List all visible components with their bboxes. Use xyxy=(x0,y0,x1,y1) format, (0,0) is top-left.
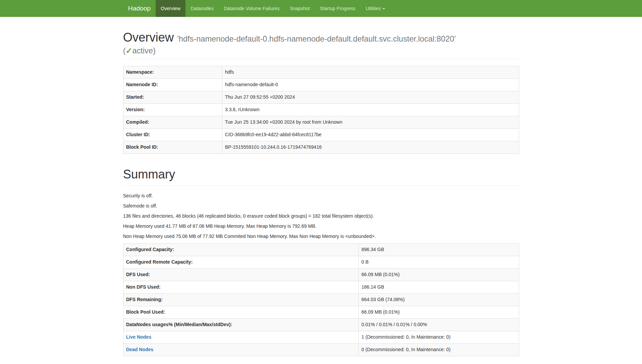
row-label-compiled: Compiled: xyxy=(123,116,222,129)
row-value-cluster-id: CID-368b9fc0-ee19-4d22-abbd-84fcec8117be xyxy=(222,129,519,141)
row-label-datanodes-usages-min-median-max-stddev: DataNodes usages% (Min/Median/Max/stdDev… xyxy=(123,318,359,331)
page-title: Overview 'hdfs-namenode-default-0.hdfs-n… xyxy=(123,30,519,56)
row-label-namenode-id: Namenode ID: xyxy=(123,79,222,91)
summary-lines: Security is off.Safemode is off.136 file… xyxy=(123,193,519,240)
nav-link-datanodes[interactable]: Datanodes xyxy=(185,0,219,17)
row-label-started: Started: xyxy=(123,91,222,104)
table-row-namespace: Namespace:hdfs xyxy=(123,66,519,79)
row-value-namespace: hdfs xyxy=(222,66,519,79)
table-row-namenode-id: Namenode ID:hdfs-namenode-default-0 xyxy=(123,79,519,91)
table-row-cluster-id: Cluster ID:CID-368b9fc0-ee19-4d22-abbd-8… xyxy=(123,129,519,141)
nav-label: Snapshot xyxy=(290,6,310,11)
table-row-dead-nodes: Dead Nodes0 (Decommissioned: 0, In Maint… xyxy=(123,343,519,356)
main-content: Overview 'hdfs-namenode-default-0.hdfs-n… xyxy=(118,30,524,356)
summary-line: Heap Memory used 41.77 MB of 87.06 MB He… xyxy=(123,223,519,230)
summary-table: Configured Capacity:896.34 GBConfigured … xyxy=(123,243,519,356)
row-value-dfs-remaining: 664.03 GB (74.08%) xyxy=(359,293,519,306)
row-label-block-pool-id: Block Pool ID: xyxy=(123,141,222,154)
summary-header: Summary xyxy=(123,167,519,186)
page-title-text: Overview xyxy=(123,30,174,44)
row-label-namespace: Namespace: xyxy=(123,66,222,79)
nav-item-overview: Overview xyxy=(156,0,185,17)
table-row-started: Started:Thu Jun 27 09:52:55 +0200 2024 xyxy=(123,91,519,104)
nav-label: Overview xyxy=(161,6,180,11)
row-label-live-nodes: Live Nodes xyxy=(123,331,359,343)
check-icon: ✓ xyxy=(126,46,132,55)
namenode-info-table: Namespace:hdfsNamenode ID:hdfs-namenode-… xyxy=(123,66,519,154)
row-value-configured-capacity: 896.34 GB xyxy=(359,243,519,256)
summary-line: Security is off. xyxy=(123,193,519,199)
state-label: active xyxy=(132,46,153,55)
row-value-configured-remote-capacity: 0 B xyxy=(359,256,519,268)
summary-line: Non Heap Memory used 75.06 MB of 77.92 M… xyxy=(123,233,519,240)
nav-label: Datanode Volume Failures xyxy=(224,6,280,11)
table-row-block-pool-used: Block Pool Used:66.09 MB (0.01%) xyxy=(123,306,519,318)
row-label-block-pool-used: Block Pool Used: xyxy=(123,306,359,318)
row-value-datanodes-usages-min-median-max-stddev: 0.01% / 0.01% / 0.01% / 0.00% xyxy=(359,318,519,331)
row-value-block-pool-id: BP-1515559101-10.244.0.16-1719474769416 xyxy=(222,141,519,154)
nav-item-datanode-volume-failures: Datanode Volume Failures xyxy=(219,0,285,17)
navbar-menu: OverviewDatanodesDatanode Volume Failure… xyxy=(156,0,390,17)
row-label-configured-remote-capacity: Configured Remote Capacity: xyxy=(123,256,359,268)
row-label-dead-nodes: Dead Nodes xyxy=(123,343,359,356)
table-row-block-pool-id: Block Pool ID:BP-1515559101-10.244.0.16-… xyxy=(123,141,519,154)
overview-header: Overview 'hdfs-namenode-default-0.hdfs-n… xyxy=(123,30,519,59)
row-label-non-dfs-used: Non DFS Used: xyxy=(123,281,359,293)
nav-item-startup-progress: Startup Progress xyxy=(315,0,360,17)
row-label-cluster-id: Cluster ID: xyxy=(123,129,222,141)
row-label-dfs-remaining: DFS Remaining: xyxy=(123,293,359,306)
table-row-datanodes-usages-min-median-max-stddev: DataNodes usages% (Min/Median/Max/stdDev… xyxy=(123,318,519,331)
dead-nodes-link[interactable]: Dead Nodes xyxy=(126,347,154,352)
nav-link-overview[interactable]: Overview xyxy=(156,0,185,17)
nav-label: Utilities xyxy=(366,6,381,11)
nav-link-startup-progress[interactable]: Startup Progress xyxy=(315,0,360,17)
table-row-non-dfs-used: Non DFS Used:186.14 GB xyxy=(123,281,519,293)
state-close-paren: ) xyxy=(153,46,156,55)
row-value-compiled: Tue Jun 25 13:34:00 +0200 2024 by root f… xyxy=(222,116,519,129)
row-value-dfs-used: 66.09 MB (0.01%) xyxy=(359,268,519,281)
table-row-configured-capacity: Configured Capacity:896.34 GB xyxy=(123,243,519,256)
nav-label: Datanodes xyxy=(191,6,214,11)
live-nodes-link[interactable]: Live Nodes xyxy=(126,334,152,340)
namenode-address: 'hdfs-namenode-default-0.hdfs-namenode-d… xyxy=(177,34,456,43)
nav-item-datanodes: Datanodes xyxy=(185,0,219,17)
navbar-brand[interactable]: Hadoop xyxy=(123,0,156,17)
namenode-state: (✓active) xyxy=(123,46,519,56)
row-value-live-nodes: 1 (Decommissioned: 0, In Maintenance: 0) xyxy=(359,331,519,343)
row-label-version: Version: xyxy=(123,104,222,116)
summary-line: 136 files and directories, 46 blocks (46… xyxy=(123,213,519,220)
table-row-compiled: Compiled:Tue Jun 25 13:34:00 +0200 2024 … xyxy=(123,116,519,129)
row-value-non-dfs-used: 186.14 GB xyxy=(359,281,519,293)
table-row-configured-remote-capacity: Configured Remote Capacity:0 B xyxy=(123,256,519,268)
row-label-dfs-used: DFS Used: xyxy=(123,268,359,281)
table-row-dfs-used: DFS Used:66.09 MB (0.01%) xyxy=(123,268,519,281)
row-label-configured-capacity: Configured Capacity: xyxy=(123,243,359,256)
nav-link-utilities[interactable]: Utilities xyxy=(360,0,390,17)
navbar: Hadoop OverviewDatanodesDatanode Volume … xyxy=(0,0,642,17)
nav-link-snapshot[interactable]: Snapshot xyxy=(285,0,315,17)
summary-line: Safemode is off. xyxy=(123,203,519,210)
nav-link-datanode-volume-failures[interactable]: Datanode Volume Failures xyxy=(219,0,285,17)
table-row-dfs-remaining: DFS Remaining:664.03 GB (74.08%) xyxy=(123,293,519,306)
table-row-live-nodes: Live Nodes1 (Decommissioned: 0, In Maint… xyxy=(123,331,519,343)
row-value-namenode-id: hdfs-namenode-default-0 xyxy=(222,79,519,91)
nav-item-utilities: Utilities xyxy=(360,0,390,17)
table-row-version: Version:3.3.6, rUnknown xyxy=(123,104,519,116)
summary-title: Summary xyxy=(123,167,519,183)
caret-down-icon xyxy=(382,8,385,9)
row-value-block-pool-used: 66.09 MB (0.01%) xyxy=(359,306,519,318)
row-value-started: Thu Jun 27 09:52:55 +0200 2024 xyxy=(222,91,519,104)
nav-label: Startup Progress xyxy=(320,6,355,11)
row-value-version: 3.3.6, rUnknown xyxy=(222,104,519,116)
nav-item-snapshot: Snapshot xyxy=(285,0,315,17)
row-value-dead-nodes: 0 (Decommissioned: 0, In Maintenance: 0) xyxy=(359,343,519,356)
